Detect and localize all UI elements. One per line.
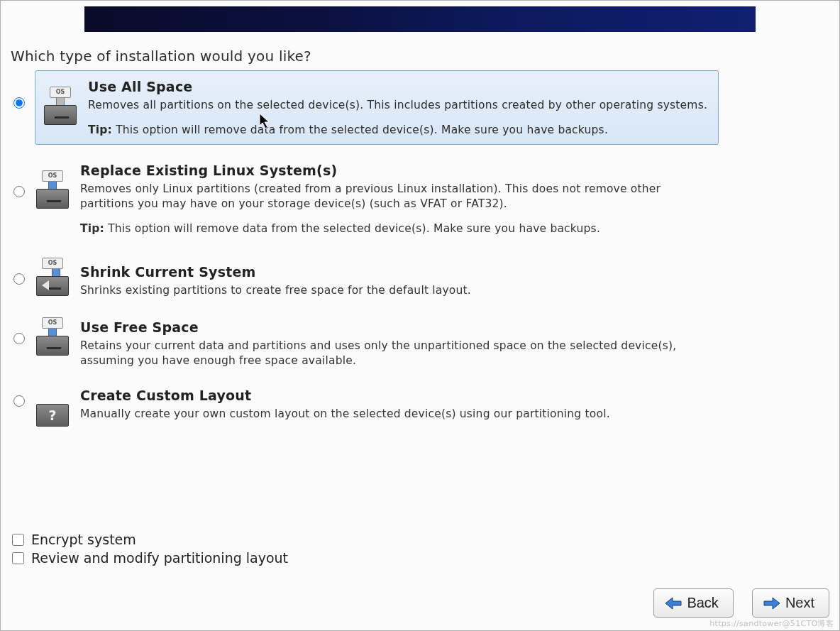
- option-title: Replace Existing Linux System(s): [80, 162, 704, 180]
- tip-text: This option will remove data from the se…: [108, 222, 600, 235]
- back-button[interactable]: Back: [653, 588, 733, 618]
- option-text: Replace Existing Linux System(s) Removes…: [80, 159, 704, 236]
- question-mark-icon: ?: [36, 404, 69, 427]
- radio-custom-layout[interactable]: [13, 395, 25, 407]
- radio-use-all-space[interactable]: [13, 97, 25, 109]
- option-title: Use All Space: [88, 78, 712, 97]
- tip-text: This option will remove data from the se…: [116, 124, 608, 136]
- option-desc: Shrinks existing partitions to create fr…: [80, 283, 704, 298]
- arrow-left-icon: [664, 596, 682, 610]
- disk-free-space-icon: OS: [35, 317, 69, 357]
- option-tip: Tip: This option will remove data from t…: [88, 123, 712, 138]
- radio-use-free-space[interactable]: [13, 333, 25, 344]
- tip-label: Tip:: [80, 222, 104, 235]
- option-use-all-space[interactable]: OS Use All Space Removes all partitions …: [13, 70, 839, 155]
- review-layout-row[interactable]: Review and modify partitioning layout: [12, 550, 839, 566]
- icon-col: OS: [35, 159, 80, 210]
- icon-col: OS: [35, 314, 80, 357]
- radio-col: [13, 385, 35, 407]
- icon-col: ?: [35, 385, 80, 428]
- option-title: Shrink Current System: [80, 263, 704, 282]
- tip-label: Tip:: [88, 124, 112, 136]
- page-title: Which type of installation would you lik…: [11, 48, 839, 65]
- encrypt-system-checkbox[interactable]: [12, 534, 24, 546]
- encrypt-system-row[interactable]: Encrypt system: [12, 532, 839, 547]
- radio-col: [13, 159, 35, 197]
- left-arrow-icon: [42, 280, 49, 290]
- option-text: Use All Space Removes all partitions on …: [88, 75, 712, 137]
- next-button-label: Next: [785, 595, 814, 611]
- disk-replace-icon: OS: [35, 170, 69, 210]
- option-desc: Manually create your own custom layout o…: [80, 407, 704, 422]
- option-desc: Removes all partitions on the selected d…: [88, 98, 712, 113]
- option-custom-layout[interactable]: ? Create Custom Layout Manually create y…: [13, 381, 839, 434]
- radio-col: [13, 70, 35, 109]
- bottom-checkboxes: Encrypt system Review and modify partiti…: [1, 529, 839, 569]
- back-button-label: Back: [687, 595, 718, 611]
- os-tab-icon: OS: [42, 258, 63, 269]
- radio-replace-existing[interactable]: [13, 186, 25, 197]
- watermark-text: https://sandtower@51CTO博客: [709, 618, 834, 629]
- option-title: Use Free Space: [80, 319, 704, 337]
- option-title: Create Custom Layout: [80, 387, 704, 405]
- option-text: Use Free Space Retains your current data…: [80, 314, 704, 368]
- review-layout-label: Review and modify partitioning layout: [31, 550, 288, 566]
- radio-shrink-current[interactable]: [13, 273, 25, 285]
- next-button[interactable]: Next: [752, 588, 829, 618]
- option-use-free-space[interactable]: OS Use Free Space Retains your current d…: [13, 310, 839, 380]
- review-layout-checkbox[interactable]: [12, 552, 24, 564]
- option-desc: Removes only Linux partitions (created f…: [80, 182, 704, 212]
- option-shrink-current[interactable]: OS Shrink Current System Shrinks existin…: [13, 249, 839, 311]
- option-text: Create Custom Layout Manually create you…: [80, 385, 704, 422]
- option-tip: Tip: This option will remove data from t…: [80, 221, 704, 236]
- os-tab-icon: OS: [42, 170, 63, 182]
- option-replace-existing[interactable]: OS Replace Existing Linux System(s) Remo…: [13, 155, 839, 248]
- disk-shrink-icon: OS: [35, 258, 69, 297]
- os-tab-icon: OS: [50, 87, 71, 98]
- installer-window: Which type of installation would you lik…: [0, 0, 840, 631]
- radio-col: [13, 314, 35, 344]
- os-tab-icon: OS: [42, 317, 63, 329]
- disk-erase-icon: OS: [43, 87, 77, 126]
- option-text: Shrink Current System Shrinks existing p…: [80, 253, 704, 298]
- install-type-options: OS Use All Space Removes all partitions …: [13, 70, 839, 434]
- icon-col: OS: [35, 253, 80, 297]
- header-banner: [84, 6, 756, 32]
- custom-question-icon: ?: [35, 388, 69, 428]
- radio-col: [13, 253, 35, 285]
- arrow-right-icon: [763, 596, 781, 610]
- encrypt-system-label: Encrypt system: [31, 532, 136, 547]
- option-desc: Retains your current data and partitions…: [80, 339, 704, 368]
- icon-col: OS: [43, 75, 88, 137]
